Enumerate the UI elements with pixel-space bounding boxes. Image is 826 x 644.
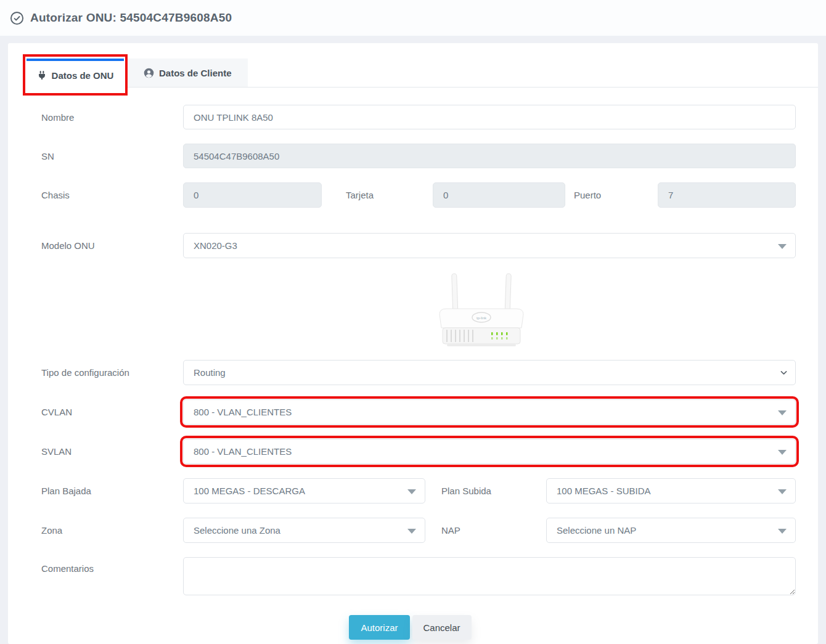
zona-label: Zona	[25, 525, 183, 536]
zona-select[interactable]: Seleccione una Zona	[183, 518, 425, 543]
plan-subida-select[interactable]: 100 MEGAS - SUBIDA	[546, 478, 796, 503]
row-sn: SN	[25, 144, 796, 168]
tarjeta-label: Tarjeta	[346, 190, 433, 200]
chevron-down-icon	[407, 529, 416, 534]
plan-bajada-value: 100 MEGAS - DESCARGA	[194, 486, 305, 496]
plan-bajada-label: Plan Bajada	[25, 486, 183, 496]
nombre-label: Nombre	[25, 112, 183, 123]
tab-bar: Datos de ONU Datos de Cliente	[25, 54, 796, 96]
chevron-down-icon	[407, 489, 416, 494]
page-background: Datos de ONU Datos de Cliente Nombre SN	[0, 36, 826, 644]
tab-datos-de-cliente[interactable]: Datos de Cliente	[128, 59, 248, 87]
tipo-configuracion-select[interactable]: Routing	[183, 360, 796, 385]
authorize-onu-card: Datos de ONU Datos de Cliente Nombre SN	[8, 43, 818, 644]
user-circle-icon	[144, 68, 154, 78]
row-planes: Plan Bajada 100 MEGAS - DESCARGA Plan Su…	[25, 478, 796, 503]
chevron-down-icon	[778, 244, 787, 249]
puerto-input	[658, 182, 796, 208]
sn-input	[183, 144, 796, 168]
chasis-label: Chasis	[25, 190, 183, 200]
nap-select[interactable]: Seleccione un NAP	[546, 518, 796, 543]
page-title: Autorizar ONU: 54504C47B9608A50	[30, 11, 232, 25]
svg-text:tp-link: tp-link	[476, 316, 486, 320]
row-chasis-tarjeta-puerto: Chasis Tarjeta Puerto	[25, 182, 796, 208]
cvlan-label: CVLAN	[25, 407, 183, 417]
modelo-onu-label: Modelo ONU	[25, 240, 183, 251]
plan-subida-value: 100 MEGAS - SUBIDA	[557, 486, 651, 496]
row-svlan: SVLAN 800 - VLAN_CLIENTES	[25, 439, 796, 464]
tipo-configuracion-label: Tipo de configuración	[25, 367, 183, 378]
chevron-down-icon	[780, 369, 788, 377]
row-cvlan: CVLAN 800 - VLAN_CLIENTES	[25, 399, 796, 425]
tarjeta-input	[433, 182, 565, 208]
tab-label: Datos de ONU	[52, 70, 114, 81]
annotation-box-active-tab: Datos de ONU	[23, 54, 128, 96]
onu-device-image: tp-link	[25, 272, 796, 348]
row-nombre: Nombre	[25, 105, 796, 129]
chasis-input	[183, 182, 322, 208]
chevron-down-icon	[778, 450, 787, 455]
modelo-onu-select[interactable]: XN020-G3	[183, 233, 796, 258]
plan-bajada-select[interactable]: 100 MEGAS - DESCARGA	[183, 478, 425, 503]
row-modelo-onu: Modelo ONU XN020-G3	[25, 233, 796, 258]
zona-value: Seleccione una Zona	[194, 525, 280, 536]
row-comentarios: Comentarios	[25, 557, 796, 598]
nap-label: NAP	[441, 525, 546, 536]
comentarios-label: Comentarios	[25, 557, 183, 574]
svlan-select[interactable]: 800 - VLAN_CLIENTES	[183, 439, 796, 464]
tab-label: Datos de Cliente	[159, 68, 232, 78]
cvlan-select[interactable]: 800 - VLAN_CLIENTES	[183, 399, 796, 425]
chevron-down-icon	[778, 489, 787, 494]
cvlan-value: 800 - VLAN_CLIENTES	[194, 407, 292, 417]
tipo-configuracion-value: Routing	[194, 367, 226, 378]
check-circle-icon	[10, 11, 24, 25]
cancelar-button[interactable]: Cancelar	[412, 615, 472, 640]
page-header: Autorizar ONU: 54504C47B9608A50	[0, 0, 826, 36]
row-zona-nap: Zona Seleccione una Zona NAP Seleccione …	[25, 518, 796, 543]
svlan-label: SVLAN	[25, 446, 183, 457]
plan-subida-label: Plan Subida	[441, 486, 546, 496]
nombre-input[interactable]	[183, 105, 796, 129]
row-tipo-configuracion: Tipo de configuración Routing	[25, 360, 796, 385]
svlan-value: 800 - VLAN_CLIENTES	[194, 446, 292, 457]
chevron-down-icon	[778, 529, 787, 534]
nap-value: Seleccione un NAP	[557, 525, 636, 536]
puerto-label: Puerto	[574, 190, 658, 200]
autorizar-button[interactable]: Autorizar	[349, 615, 409, 640]
plug-icon	[37, 70, 47, 80]
comentarios-textarea[interactable]	[183, 557, 796, 595]
tab-datos-de-onu[interactable]: Datos de ONU	[27, 59, 124, 89]
sn-label: SN	[25, 151, 183, 161]
chevron-down-icon	[778, 410, 787, 415]
modelo-onu-value: XN020-G3	[194, 240, 237, 251]
action-buttons: Autorizar Cancelar	[25, 615, 796, 640]
